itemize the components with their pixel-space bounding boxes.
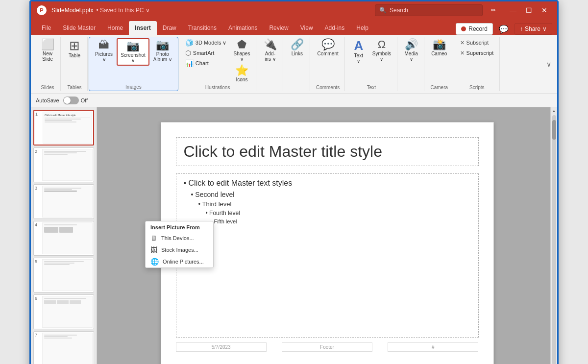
slide-preview-6 [42,296,93,328]
addins-button[interactable]: 🔌 Add-ins ∨ [260,38,280,63]
comment-label: Comment [317,51,338,56]
autosave-bar: AutoSave Off [31,94,557,107]
addins-icon: 🔌 [264,39,277,50]
titlebar: P SlideModel.pptx • Saved to this PC ∨ 🔍… [31,1,557,19]
ribbon-group-addins: 🔌 Add-ins ∨ [257,37,283,91]
right-scrollbar[interactable]: ▲ ▼ ▶ [550,107,557,364]
slide-num-3: 3 [35,186,41,191]
chat-button[interactable]: 💬 [497,23,511,35]
slide-thumb-4[interactable]: 4 [33,221,94,256]
share-button[interactable]: ↑ Share ∨ [514,23,552,35]
slide-thumb-7[interactable]: 7 [33,331,94,364]
symbols-icon: Ω [378,39,386,50]
slide-title-text: Click to edit Master title style [184,143,471,161]
toggle-thumb [64,97,71,104]
icons-label: Icons [236,77,247,82]
tab-help[interactable]: Help [350,21,374,35]
ribbon-group-comments-label: Comments [316,85,340,90]
close-button[interactable]: ✕ [538,4,551,16]
pictures-icon: 🏔 [98,40,109,50]
this-device-item[interactable]: 🖥 This Device... [146,232,213,244]
table-label: Table [69,53,80,58]
slide-thumb-3[interactable]: 3 [33,184,94,219]
slide-footer-date: 5/7/2023 [176,342,267,352]
slide-num-5: 5 [35,259,41,264]
main-area: 1 Click to edit Master title style 2 [31,107,557,364]
dropdown-title: Insert Picture From [146,221,213,232]
table-button[interactable]: ⊞ Table [65,38,84,60]
slide-content-main: • Click to edit Master text styles [184,179,471,188]
new-slide-icon: ⬜ [41,39,54,50]
slide-thumb-6[interactable]: 6 [33,294,94,329]
slide-preview-1: Click to edit Master title style [43,112,92,144]
slide-thumb-5[interactable]: 5 [33,258,94,292]
icons-button[interactable]: ⭐ Icons [230,64,253,84]
ribbon-group-slides-label: Slides [41,85,54,90]
pen-icon[interactable]: ✏ [487,4,500,16]
cameo-button[interactable]: 📸 Cameo [428,38,450,58]
shapes-button[interactable]: ⬟ Shapes∨ [230,38,253,63]
stock-images-item[interactable]: 🖼 Stock Images... [146,244,213,256]
text-label: Text∨ [354,53,363,64]
ribbon-group-text: A Text∨ Ω Symbols∨ Text [346,37,397,91]
tab-draw[interactable]: Draw [157,21,182,35]
ribbon-collapse-chevron[interactable]: ∨ [546,60,551,68]
shapes-icon: ⬟ [237,39,246,50]
subscript-icon: × [460,39,464,47]
autosave-toggle[interactable]: Off [63,97,88,104]
search-icon: 🔍 [379,7,387,14]
subscript-button[interactable]: × Subscript [457,38,496,48]
tab-file[interactable]: File [36,21,57,35]
ribbon-group-images: 🏔 Pictures∨ 📷 Screenshot∨ 📷 PhotoAlbum ∨… [89,37,178,91]
scroll-thumb[interactable] [552,120,556,140]
search-input[interactable] [390,7,478,14]
slide-num-2: 2 [35,149,41,154]
photo-album-label: PhotoAlbum ∨ [153,51,172,62]
tab-transitions[interactable]: Transitions [182,21,222,35]
app-window: P SlideModel.pptx • Saved to this PC ∨ 🔍… [29,0,559,364]
symbols-button[interactable]: Ω Symbols∨ [369,38,394,63]
toggle-track[interactable] [63,97,79,104]
ribbon-group-scripts: × Subscript × Superscript Scripts [454,37,500,91]
tab-animations[interactable]: Animations [222,21,263,35]
3d-models-button[interactable]: 🧊 3D Models ∨ [182,38,230,48]
tab-home[interactable]: Home [101,21,129,35]
tab-slidemaster[interactable]: Slide Master [57,21,101,35]
tab-addins[interactable]: Add-ins [319,21,351,35]
tab-review[interactable]: Review [263,21,294,35]
cameo-label: Cameo [431,51,447,56]
autosave-label: AutoSave [36,97,59,103]
search-box[interactable]: 🔍 [375,4,483,16]
pictures-button[interactable]: 🏔 Pictures∨ [92,38,116,64]
maximize-button[interactable]: ☐ [522,4,536,16]
save-status[interactable]: • Saved to this PC ∨ [96,7,149,14]
chart-button[interactable]: 📊 Chart [182,58,230,68]
comment-button[interactable]: 💬 Comment [314,38,341,58]
ribbon-content: ⬜ NewSlide Slides ⊞ Table Tables [31,35,557,94]
screenshot-button[interactable]: 📷 Screenshot∨ [117,38,149,66]
photo-album-button[interactable]: 📷 PhotoAlbum ∨ [150,38,175,64]
this-device-icon: 🖥 [150,234,157,242]
subscript-label: Subscript [466,40,489,46]
scroll-track[interactable] [552,115,556,364]
stock-images-icon: 🖼 [150,246,157,254]
tab-insert[interactable]: Insert [129,21,157,35]
record-button[interactable]: Record [456,23,493,35]
scroll-up-button[interactable]: ▲ [551,107,558,114]
pictures-label: Pictures∨ [95,51,113,62]
online-pictures-item[interactable]: 🌐 Online Pictures... [146,256,213,267]
slide-thumb-2[interactable]: 2 [33,147,94,182]
smartart-button[interactable]: ⬡ SmartArt [182,48,230,58]
superscript-button[interactable]: × Superscript [457,48,496,58]
links-button[interactable]: 🔗 Links [287,38,307,58]
smartart-label: SmartArt [193,50,214,56]
new-slide-button[interactable]: ⬜ NewSlide [38,38,57,63]
minimize-button[interactable]: — [506,4,520,16]
slide-content-area[interactable]: • Click to edit Master text styles • Sec… [176,173,479,338]
tab-view[interactable]: View [294,21,319,35]
slide-thumb-1[interactable]: 1 Click to edit Master title style [33,110,94,146]
text-button[interactable]: A Text∨ [349,38,368,65]
slide-panel: 1 Click to edit Master title style 2 [31,107,97,364]
media-button[interactable]: 🔊 Media∨ [401,38,421,63]
slide-title-area[interactable]: Click to edit Master title style [176,137,479,166]
